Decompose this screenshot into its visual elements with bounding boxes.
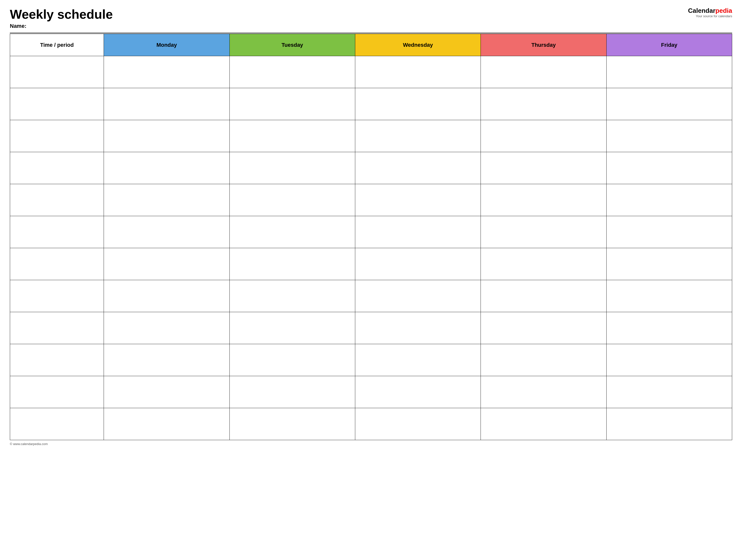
schedule-cell[interactable]	[606, 312, 732, 344]
schedule-cell[interactable]	[606, 408, 732, 440]
header-row: Time / period Monday Tuesday Wednesday T…	[10, 34, 732, 56]
schedule-cell[interactable]	[355, 376, 481, 408]
page-header: Weekly schedule Name: Calendarpedia Your…	[10, 7, 732, 29]
logo-calendar: Calendar	[688, 7, 716, 14]
schedule-cell[interactable]	[355, 408, 481, 440]
schedule-cell[interactable]	[606, 184, 732, 216]
schedule-cell[interactable]	[481, 184, 606, 216]
schedule-cell[interactable]	[355, 312, 481, 344]
schedule-cell[interactable]	[229, 184, 355, 216]
schedule-cell[interactable]	[229, 56, 355, 88]
col-header-thursday: Thursday	[481, 34, 606, 56]
schedule-cell[interactable]	[104, 248, 229, 280]
time-cell[interactable]	[10, 408, 104, 440]
schedule-cell[interactable]	[355, 344, 481, 376]
logo-section: Calendarpedia Your source for calendars	[688, 7, 732, 18]
schedule-cell[interactable]	[481, 408, 606, 440]
schedule-cell[interactable]	[104, 120, 229, 152]
schedule-cell[interactable]	[104, 88, 229, 120]
schedule-cell[interactable]	[481, 216, 606, 248]
schedule-cell[interactable]	[229, 152, 355, 184]
schedule-cell[interactable]	[104, 184, 229, 216]
schedule-cell[interactable]	[229, 408, 355, 440]
schedule-cell[interactable]	[229, 376, 355, 408]
schedule-cell[interactable]	[355, 280, 481, 312]
time-cell[interactable]	[10, 152, 104, 184]
schedule-cell[interactable]	[481, 56, 606, 88]
schedule-cell[interactable]	[606, 216, 732, 248]
col-header-tuesday: Tuesday	[229, 34, 355, 56]
table-row	[10, 216, 732, 248]
schedule-cell[interactable]	[606, 88, 732, 120]
col-header-wednesday: Wednesday	[355, 34, 481, 56]
table-row	[10, 88, 732, 120]
schedule-cell[interactable]	[481, 88, 606, 120]
time-cell[interactable]	[10, 376, 104, 408]
schedule-cell[interactable]	[481, 376, 606, 408]
schedule-cell[interactable]	[104, 312, 229, 344]
table-row	[10, 152, 732, 184]
time-cell[interactable]	[10, 120, 104, 152]
schedule-cell[interactable]	[104, 376, 229, 408]
schedule-cell[interactable]	[481, 312, 606, 344]
col-header-time: Time / period	[10, 34, 104, 56]
schedule-cell[interactable]	[229, 344, 355, 376]
table-row	[10, 56, 732, 88]
schedule-cell[interactable]	[355, 152, 481, 184]
table-row	[10, 120, 732, 152]
footer-copyright: © www.calendarpedia.com	[10, 442, 732, 446]
schedule-cell[interactable]	[229, 88, 355, 120]
schedule-cell[interactable]	[606, 56, 732, 88]
time-cell[interactable]	[10, 344, 104, 376]
logo-tagline: Your source for calendars	[696, 14, 732, 18]
schedule-cell[interactable]	[355, 184, 481, 216]
schedule-cell[interactable]	[355, 88, 481, 120]
schedule-cell[interactable]	[606, 344, 732, 376]
time-cell[interactable]	[10, 248, 104, 280]
schedule-cell[interactable]	[481, 120, 606, 152]
time-cell[interactable]	[10, 56, 104, 88]
schedule-cell[interactable]	[606, 152, 732, 184]
logo-text: Calendarpedia	[688, 7, 732, 14]
time-cell[interactable]	[10, 280, 104, 312]
table-row	[10, 408, 732, 440]
time-cell[interactable]	[10, 216, 104, 248]
table-row	[10, 344, 732, 376]
col-header-monday: Monday	[104, 34, 229, 56]
schedule-cell[interactable]	[606, 280, 732, 312]
schedule-cell[interactable]	[481, 280, 606, 312]
schedule-cell[interactable]	[104, 152, 229, 184]
divider-line	[10, 33, 732, 33]
table-row	[10, 248, 732, 280]
schedule-cell[interactable]	[355, 216, 481, 248]
schedule-cell[interactable]	[229, 216, 355, 248]
schedule-cell[interactable]	[481, 344, 606, 376]
schedule-cell[interactable]	[606, 120, 732, 152]
time-cell[interactable]	[10, 312, 104, 344]
schedule-cell[interactable]	[355, 120, 481, 152]
schedule-cell[interactable]	[229, 120, 355, 152]
schedule-cell[interactable]	[229, 280, 355, 312]
schedule-cell[interactable]	[481, 152, 606, 184]
time-cell[interactable]	[10, 88, 104, 120]
main-title: Weekly schedule	[10, 7, 113, 21]
schedule-cell[interactable]	[104, 56, 229, 88]
schedule-cell[interactable]	[355, 56, 481, 88]
table-row	[10, 184, 732, 216]
schedule-cell[interactable]	[606, 376, 732, 408]
schedule-table: Time / period Monday Tuesday Wednesday T…	[10, 34, 732, 440]
logo-pedia: pedia	[716, 7, 732, 14]
schedule-cell[interactable]	[104, 408, 229, 440]
schedule-cell[interactable]	[104, 344, 229, 376]
time-cell[interactable]	[10, 184, 104, 216]
title-section: Weekly schedule Name:	[10, 7, 113, 29]
col-header-friday: Friday	[606, 34, 732, 56]
schedule-cell[interactable]	[104, 280, 229, 312]
table-row	[10, 376, 732, 408]
schedule-cell[interactable]	[229, 248, 355, 280]
schedule-cell[interactable]	[606, 248, 732, 280]
schedule-cell[interactable]	[355, 248, 481, 280]
schedule-cell[interactable]	[481, 248, 606, 280]
schedule-cell[interactable]	[104, 216, 229, 248]
schedule-cell[interactable]	[229, 312, 355, 344]
